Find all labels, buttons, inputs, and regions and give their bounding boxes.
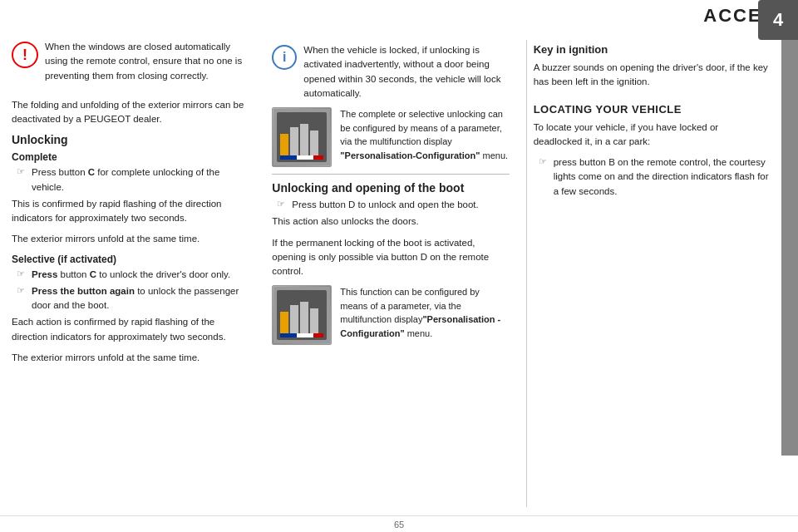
locating-bullet-text: press button B on the remote control, th… (554, 155, 770, 199)
selective-bullet-1: ☞ Press button C to unlock the driver's … (17, 268, 249, 282)
svg-rect-17 (313, 333, 323, 337)
warning-text: When the windows are closed automaticall… (45, 40, 249, 83)
locating-bullet-1: ☞ press button B on the remote control, … (539, 155, 770, 199)
config-box-2: This function can be configured by means… (272, 285, 509, 345)
mirror-para: The folding and unfolding of the exterio… (12, 98, 249, 127)
locating-heading: LOCATING YOUR VEHICLE (534, 103, 770, 116)
selective-para2: The exterior mirrors unfold at the same … (12, 351, 249, 365)
boot-bullet-text: Press button D to unlock and open the bo… (292, 198, 478, 212)
svg-rect-6 (280, 155, 297, 160)
right-sidebar-tab (781, 40, 798, 456)
info-box: i When the vehicle is locked, if unlocki… (272, 43, 509, 101)
svg-rect-8 (313, 155, 323, 160)
boot-bullet-1: ☞ Press button D to unlock and open the … (277, 198, 509, 212)
boot-para2: If the permanent locking of the boot is … (272, 236, 509, 279)
key-ignition-para: A buzzer sounds on opening the driver's … (534, 61, 770, 90)
locating-para: To locate your vehicle, if you have lock… (534, 121, 770, 150)
config-text-1: The complete or selective unlocking can … (340, 107, 509, 162)
config-display-image-1 (272, 107, 332, 167)
selective-bullet-text-2: Press the button again to unlock the pas… (32, 284, 249, 313)
left-column: ! When the windows are closed automatica… (12, 40, 255, 507)
svg-rect-2 (280, 134, 288, 157)
selective-bullet-text-1: Press button C to unlock the driver's do… (32, 268, 230, 282)
divider-1 (272, 174, 509, 175)
page-number: 65 (394, 520, 404, 530)
bullet-arrow-icon: ☞ (17, 166, 28, 177)
complete-heading: Complete (12, 151, 249, 163)
config-display-image-2 (272, 285, 332, 345)
svg-rect-13 (300, 302, 308, 335)
unlocking-heading: Unlocking (12, 133, 249, 146)
svg-rect-16 (297, 333, 313, 337)
svg-rect-7 (297, 155, 313, 160)
svg-rect-15 (280, 333, 297, 337)
right-column: Key in ignition A buzzer sounds on openi… (526, 40, 770, 507)
selective-heading: Selective (if activated) (12, 254, 249, 265)
unlocking-boot-heading: Unlocking and opening of the boot (272, 181, 509, 195)
svg-rect-11 (280, 312, 288, 335)
svg-rect-4 (300, 124, 308, 157)
bullet-arrow-icon-5: ☞ (539, 156, 550, 167)
info-text: When the vehicle is locked, if unlocking… (303, 43, 509, 101)
bullet-arrow-icon-3: ☞ (17, 285, 28, 296)
info-icon: i (272, 45, 297, 70)
complete-bullet-1: ☞ Press button C for complete unlocking … (17, 165, 249, 195)
selective-para1: Each action is confirmed by rapid flashi… (12, 315, 249, 344)
warning-icon: ! (12, 42, 38, 68)
middle-column: i When the vehicle is locked, if unlocki… (268, 40, 512, 507)
svg-rect-14 (310, 308, 318, 335)
config-box-1: The complete or selective unlocking can … (272, 107, 509, 167)
main-content: ! When the windows are closed automatica… (0, 32, 781, 515)
header: ACCESS 4 (0, 0, 798, 32)
svg-rect-5 (310, 131, 318, 157)
key-ignition-heading: Key in ignition (534, 43, 770, 56)
warning-box: ! When the windows are closed automatica… (12, 40, 249, 90)
complete-para1: This is confirmed by rapid flashing of t… (12, 197, 249, 226)
footer: 65 (0, 515, 798, 532)
config-text-2: This function can be configured by means… (340, 285, 509, 340)
boot-para1: This action also unlocks the doors. (272, 214, 509, 229)
selective-bullet-2: ☞ Press the button again to unlock the p… (17, 284, 249, 313)
svg-rect-3 (290, 127, 298, 157)
complete-para2: The exterior mirrors unfold at the same … (12, 232, 249, 246)
complete-bullet-text: Press button C for complete unlocking of… (32, 165, 249, 195)
bullet-arrow-icon-2: ☞ (17, 268, 28, 279)
bullet-arrow-icon-4: ☞ (277, 199, 288, 209)
chapter-badge: 4 (758, 0, 798, 40)
svg-rect-12 (290, 305, 298, 335)
